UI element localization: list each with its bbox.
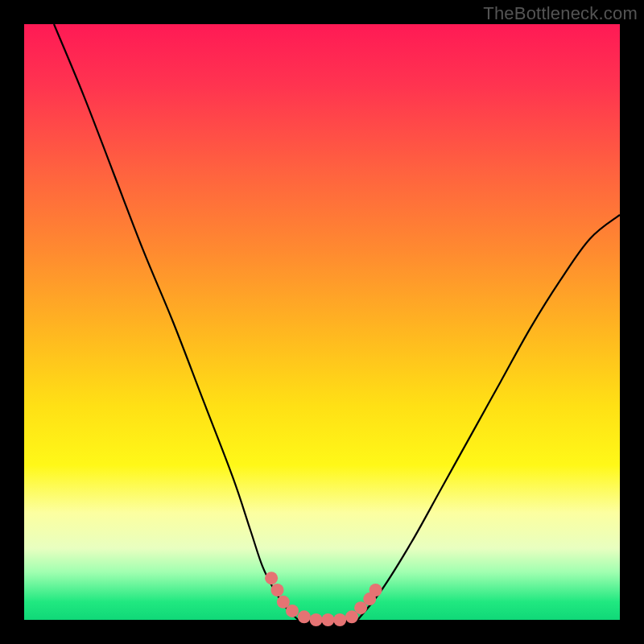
valley-marker	[310, 613, 323, 626]
valley-marker	[321, 613, 334, 626]
curve-right-branch	[357, 215, 620, 620]
watermark-text: TheBottleneck.com	[483, 3, 638, 24]
valley-marker	[265, 572, 278, 584]
valley-markers	[265, 572, 382, 626]
valley-marker	[333, 613, 346, 626]
curve-left-branch	[54, 24, 298, 620]
plot-area	[24, 24, 620, 620]
bottleneck-curve-svg	[24, 24, 620, 620]
chart-frame: TheBottleneck.com	[0, 0, 644, 644]
valley-marker	[286, 605, 299, 617]
valley-marker	[369, 584, 382, 597]
valley-marker	[271, 584, 284, 597]
valley-marker	[298, 610, 311, 623]
